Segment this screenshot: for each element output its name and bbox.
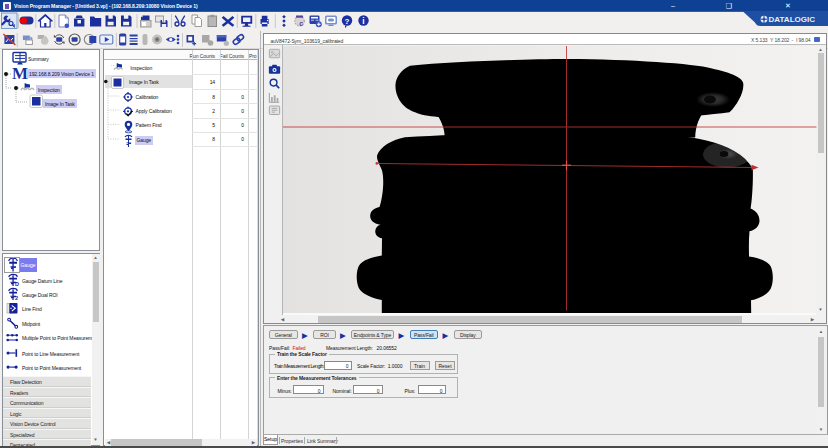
svg-text:DATALOGIC: DATALOGIC [769, 15, 816, 24]
svg-text:?: ? [345, 17, 350, 26]
svg-text:c: c [299, 20, 303, 27]
svg-text:i: i [362, 16, 364, 26]
svg-text:M: M [12, 64, 28, 83]
svg-text:D: D [15, 281, 19, 287]
svg-text:2: 2 [15, 295, 18, 301]
